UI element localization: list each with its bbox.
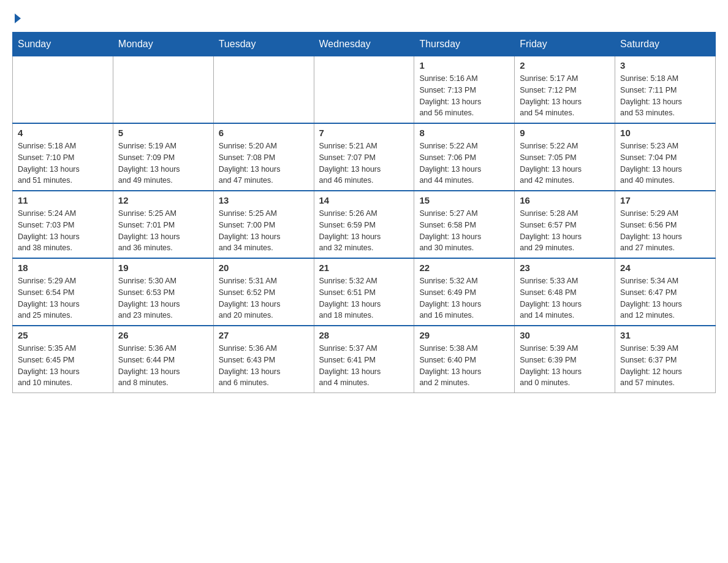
day-number: 22 (419, 262, 509, 273)
day-info: Sunrise: 5:19 AMSunset: 7:09 PMDaylight:… (118, 140, 208, 186)
calendar-cell: 20Sunrise: 5:31 AMSunset: 6:52 PMDayligh… (213, 258, 314, 326)
day-info: Sunrise: 5:28 AMSunset: 6:57 PMDaylight:… (520, 208, 610, 254)
day-info: Sunrise: 5:34 AMSunset: 6:47 PMDaylight:… (620, 275, 710, 321)
day-number: 25 (18, 330, 108, 340)
day-info: Sunrise: 5:31 AMSunset: 6:52 PMDaylight:… (219, 275, 309, 321)
logo (12, 12, 21, 22)
day-number: 21 (319, 262, 409, 273)
day-number: 10 (620, 128, 710, 138)
day-number: 19 (118, 262, 208, 273)
day-number: 28 (319, 330, 409, 340)
weekday-header-tuesday: Tuesday (213, 33, 314, 56)
day-info: Sunrise: 5:20 AMSunset: 7:08 PMDaylight:… (219, 140, 309, 186)
calendar-week-row: 4Sunrise: 5:18 AMSunset: 7:10 PMDaylight… (13, 123, 716, 191)
day-number: 2 (520, 60, 610, 71)
calendar-cell: 17Sunrise: 5:29 AMSunset: 6:56 PMDayligh… (615, 191, 716, 258)
weekday-header-row: SundayMondayTuesdayWednesdayThursdayFrid… (13, 33, 716, 56)
calendar-cell: 6Sunrise: 5:20 AMSunset: 7:08 PMDaylight… (213, 123, 314, 191)
day-info: Sunrise: 5:37 AMSunset: 6:41 PMDaylight:… (319, 343, 409, 389)
weekday-header-monday: Monday (113, 33, 213, 56)
day-number: 18 (18, 262, 108, 273)
day-number: 29 (419, 330, 509, 340)
day-number: 15 (419, 195, 509, 205)
calendar-week-row: 1Sunrise: 5:16 AMSunset: 7:13 PMDaylight… (13, 56, 716, 124)
day-number: 13 (219, 195, 309, 205)
calendar-week-row: 18Sunrise: 5:29 AMSunset: 6:54 PMDayligh… (13, 258, 716, 326)
day-number: 31 (620, 330, 710, 340)
day-number: 4 (18, 128, 108, 138)
calendar-cell: 30Sunrise: 5:39 AMSunset: 6:39 PMDayligh… (515, 326, 615, 393)
calendar-cell: 12Sunrise: 5:25 AMSunset: 7:01 PMDayligh… (113, 191, 213, 258)
calendar-cell (213, 56, 314, 124)
day-info: Sunrise: 5:16 AMSunset: 7:13 PMDaylight:… (419, 73, 509, 119)
day-info: Sunrise: 5:22 AMSunset: 7:05 PMDaylight:… (520, 140, 610, 186)
day-info: Sunrise: 5:36 AMSunset: 6:43 PMDaylight:… (219, 343, 309, 389)
day-info: Sunrise: 5:35 AMSunset: 6:45 PMDaylight:… (18, 343, 108, 389)
calendar-cell (13, 56, 113, 124)
calendar-cell (314, 56, 414, 124)
day-number: 12 (118, 195, 208, 205)
calendar-cell: 10Sunrise: 5:23 AMSunset: 7:04 PMDayligh… (615, 123, 716, 191)
day-number: 5 (118, 128, 208, 138)
day-number: 16 (520, 195, 610, 205)
calendar-cell: 29Sunrise: 5:38 AMSunset: 6:40 PMDayligh… (414, 326, 515, 393)
calendar-cell: 7Sunrise: 5:21 AMSunset: 7:07 PMDaylight… (314, 123, 414, 191)
day-info: Sunrise: 5:25 AMSunset: 7:00 PMDaylight:… (219, 208, 309, 254)
day-number: 23 (520, 262, 610, 273)
day-info: Sunrise: 5:32 AMSunset: 6:51 PMDaylight:… (319, 275, 409, 321)
calendar-cell: 23Sunrise: 5:33 AMSunset: 6:48 PMDayligh… (515, 258, 615, 326)
calendar-cell: 19Sunrise: 5:30 AMSunset: 6:53 PMDayligh… (113, 258, 213, 326)
weekday-header-saturday: Saturday (615, 33, 716, 56)
calendar-table: SundayMondayTuesdayWednesdayThursdayFrid… (12, 32, 716, 393)
day-info: Sunrise: 5:23 AMSunset: 7:04 PMDaylight:… (620, 140, 710, 186)
day-info: Sunrise: 5:17 AMSunset: 7:12 PMDaylight:… (520, 73, 610, 119)
calendar-cell: 11Sunrise: 5:24 AMSunset: 7:03 PMDayligh… (13, 191, 113, 258)
day-info: Sunrise: 5:22 AMSunset: 7:06 PMDaylight:… (419, 140, 509, 186)
calendar-cell: 24Sunrise: 5:34 AMSunset: 6:47 PMDayligh… (615, 258, 716, 326)
day-number: 20 (219, 262, 309, 273)
day-info: Sunrise: 5:39 AMSunset: 6:39 PMDaylight:… (520, 343, 610, 389)
calendar-cell: 3Sunrise: 5:18 AMSunset: 7:11 PMDaylight… (615, 56, 716, 124)
calendar-cell: 5Sunrise: 5:19 AMSunset: 7:09 PMDaylight… (113, 123, 213, 191)
weekday-header-thursday: Thursday (414, 33, 515, 56)
calendar-cell: 9Sunrise: 5:22 AMSunset: 7:05 PMDaylight… (515, 123, 615, 191)
day-number: 27 (219, 330, 309, 340)
day-info: Sunrise: 5:26 AMSunset: 6:59 PMDaylight:… (319, 208, 409, 254)
day-info: Sunrise: 5:24 AMSunset: 7:03 PMDaylight:… (18, 208, 108, 254)
calendar-cell: 18Sunrise: 5:29 AMSunset: 6:54 PMDayligh… (13, 258, 113, 326)
weekday-header-sunday: Sunday (13, 33, 113, 56)
calendar-cell: 15Sunrise: 5:27 AMSunset: 6:58 PMDayligh… (414, 191, 515, 258)
calendar-cell: 28Sunrise: 5:37 AMSunset: 6:41 PMDayligh… (314, 326, 414, 393)
calendar-cell (113, 56, 213, 124)
day-info: Sunrise: 5:33 AMSunset: 6:48 PMDaylight:… (520, 275, 610, 321)
day-info: Sunrise: 5:18 AMSunset: 7:11 PMDaylight:… (620, 73, 710, 119)
calendar-cell: 16Sunrise: 5:28 AMSunset: 6:57 PMDayligh… (515, 191, 615, 258)
calendar-cell: 14Sunrise: 5:26 AMSunset: 6:59 PMDayligh… (314, 191, 414, 258)
day-info: Sunrise: 5:38 AMSunset: 6:40 PMDaylight:… (419, 343, 509, 389)
day-number: 9 (520, 128, 610, 138)
page-header (12, 12, 716, 22)
day-number: 11 (18, 195, 108, 205)
calendar-cell: 13Sunrise: 5:25 AMSunset: 7:00 PMDayligh… (213, 191, 314, 258)
calendar-cell: 1Sunrise: 5:16 AMSunset: 7:13 PMDaylight… (414, 56, 515, 124)
day-number: 24 (620, 262, 710, 273)
logo-arrow-icon (15, 13, 21, 23)
day-info: Sunrise: 5:27 AMSunset: 6:58 PMDaylight:… (419, 208, 509, 254)
calendar-cell: 25Sunrise: 5:35 AMSunset: 6:45 PMDayligh… (13, 326, 113, 393)
calendar-cell: 2Sunrise: 5:17 AMSunset: 7:12 PMDaylight… (515, 56, 615, 124)
day-number: 14 (319, 195, 409, 205)
day-number: 3 (620, 60, 710, 71)
day-info: Sunrise: 5:32 AMSunset: 6:49 PMDaylight:… (419, 275, 509, 321)
day-info: Sunrise: 5:30 AMSunset: 6:53 PMDaylight:… (118, 275, 208, 321)
calendar-cell: 21Sunrise: 5:32 AMSunset: 6:51 PMDayligh… (314, 258, 414, 326)
day-number: 7 (319, 128, 409, 138)
day-info: Sunrise: 5:18 AMSunset: 7:10 PMDaylight:… (18, 140, 108, 186)
weekday-header-friday: Friday (515, 33, 615, 56)
day-number: 6 (219, 128, 309, 138)
day-number: 26 (118, 330, 208, 340)
calendar-cell: 22Sunrise: 5:32 AMSunset: 6:49 PMDayligh… (414, 258, 515, 326)
day-info: Sunrise: 5:39 AMSunset: 6:37 PMDaylight:… (620, 343, 710, 389)
day-number: 30 (520, 330, 610, 340)
calendar-cell: 8Sunrise: 5:22 AMSunset: 7:06 PMDaylight… (414, 123, 515, 191)
day-info: Sunrise: 5:25 AMSunset: 7:01 PMDaylight:… (118, 208, 208, 254)
